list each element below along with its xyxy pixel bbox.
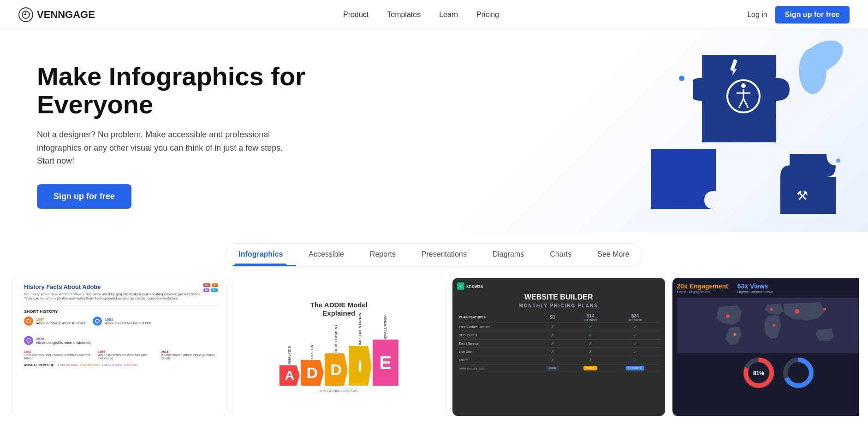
svg-point-16 [726,314,730,318]
logo[interactable]: VENNGAGE [18,7,95,22]
svg-point-3 [727,80,760,112]
table-row: SEO Control ✗ ✓ ✓ [457,331,660,340]
tag-ai: Ai [212,283,218,287]
timeline-item-1993: 1993 Adobe created Acrobat and PDF [93,317,151,326]
ultimate-plan-btn[interactable]: ULTIMATE [626,366,645,370]
card3-sub-title: MONTHLY PRICING PLANS [457,303,660,308]
gallery-card-engagement[interactable]: 20x Engagement Higher Engagement 63x Vie… [672,278,859,416]
tag-br: Br [211,288,218,292]
card2-brand: ⚙ eLEARNING SYSTEMS [320,389,358,393]
logo-text: VENNGAGE [37,9,95,21]
login-button[interactable]: Log in [747,11,767,19]
card1-section-history: SHORT HISTORY [24,309,220,314]
world-map [677,298,859,353]
svg-point-21 [733,333,736,336]
card1-title: History Facts About Adobe [24,283,203,290]
stat-engagement: 20x Engagement Higher Engagement [677,282,728,294]
svg-point-4 [741,83,746,88]
gallery-card-pricing[interactable]: k knowza WEBSITE BUILDER MONTHLY PRICING… [452,278,665,416]
tag-id: Id [203,288,209,292]
gallery-card-adobe[interactable]: History Facts About Adobe For many years… [13,278,226,416]
tabs-container: Infographics Accessible Reports Presenta… [225,243,642,267]
hero-illustration: ⚒ [628,29,868,232]
svg-point-19 [823,308,826,311]
svg-point-1 [795,39,849,81]
card1-milestones: 1982John Warnock and Charles Geschke Fou… [24,350,220,360]
card3-brand: knowza [466,284,483,289]
card2-steps: ANALYSIS A DESIGN D DEVELOPMENT D IMPLEM… [279,320,398,386]
world-map-svg [677,300,859,351]
svg-point-14 [27,339,30,342]
card1-timeline: 1987 Adobe introduced Adobe Illustrator [24,315,220,346]
tab-charts[interactable]: Charts [537,244,584,266]
timeline-item-2018: 2018 Adobe changed its name to Adobe Inc… [24,336,91,345]
card1-subtitle: For many years now, Adobe software has b… [24,292,203,300]
card4-stats: 20x Engagement Higher Engagement 63x Vie… [677,282,859,294]
card3-main-title: WEBSITE BUILDER [457,293,660,301]
dot-decoration-1 [679,76,684,81]
table-row: Email Service ✗ ✗ ✓ [457,340,660,348]
signup-button-nav[interactable]: Sign up for free [775,6,850,23]
hero-subtitle: Not a designer? No problem. Make accessi… [37,128,295,168]
puzzle-graphic: ⚒ [642,43,854,218]
tab-see-more[interactable]: See More [584,244,642,266]
col-basic: $14 per month [571,312,610,323]
card1-tags: Ps Ai Id Br [203,283,220,292]
donut-chart-1: 81% [743,357,775,389]
stat-views-label: Higher Content Views [737,290,773,294]
col-free: $0 [534,312,571,323]
table-row: Forum ✗ ✗ ✓ [457,356,660,364]
tab-reports[interactable]: Reports [357,244,409,266]
svg-point-17 [770,308,773,311]
card1-bottom-stats: Annual Revenue ● $15.785 billion ● $12.8… [24,364,220,367]
svg-line-7 [739,99,743,108]
donut-chart-2 [782,357,814,389]
tab-infographics[interactable]: Infographics [226,244,296,266]
col-ultimate: $24 per month [610,312,660,323]
timeline-item-1987: 1987 Adobe introduced Adobe Illustrator [24,317,85,326]
stat-views-num: 63x Views [737,282,773,290]
gallery-card-addie[interactable]: The ADDIE ModelExplained ANALYSIS A DESI… [233,278,446,416]
table-row: Live Chat ✗ ✗ ✓ [457,348,660,356]
tab-diagrams[interactable]: Diagrams [480,244,537,266]
svg-point-18 [795,309,799,314]
nav-links: Product Templates Learn Pricing [343,11,499,19]
tab-accessible[interactable]: Accessible [296,244,357,266]
hand-illustration [767,39,850,112]
donut-svg-1: 81% [743,357,775,389]
nav-pricing[interactable]: Pricing [476,11,499,19]
nav-product[interactable]: Product [343,11,369,19]
svg-point-20 [773,324,775,327]
svg-point-13 [95,319,99,323]
tabs-section: Infographics Accessible Reports Presenta… [0,232,868,267]
basic-plan-btn[interactable]: BASIC [583,366,597,370]
logo-icon [18,7,33,22]
svg-point-12 [27,319,30,323]
puzzle-piece-bottom-right: ⚒ [780,154,836,214]
svg-line-8 [743,99,748,108]
signup-button-hero[interactable]: Sign up for free [37,184,131,209]
svg-rect-9 [730,59,737,71]
col-features: PLAN FEATURES [457,312,534,323]
hero-section: Make Infographics for Everyone Not a des… [0,29,868,232]
svg-text:⚒: ⚒ [797,188,808,203]
timeline-dot-1987 [24,317,33,326]
timeline-dot-1993 [93,317,102,326]
tag-ps: Ps [203,283,210,287]
stat-views: 63x Views Higher Content Views [737,282,773,294]
card3-logo-icon: k [457,282,464,290]
tab-presentations[interactable]: Presentations [409,244,480,266]
nav-templates[interactable]: Templates [387,11,421,19]
free-plan-btn[interactable]: FREE [546,366,559,370]
svg-marker-10 [731,68,737,76]
donut-svg-2 [782,357,814,389]
stat-engagement-label: Higher Engagement [677,290,728,294]
card3-logo: k knowza [457,282,660,290]
hero-title: Make Infographics for Everyone [37,62,360,119]
hero-content: Make Infographics for Everyone Not a des… [37,62,360,209]
gallery: History Facts About Adobe For many years… [9,267,859,416]
nav-learn[interactable]: Learn [439,11,458,19]
dot-decoration-2 [836,158,840,163]
navbar: VENNGAGE Product Templates Learn Pricing… [0,0,868,29]
table-row-cta: www.knowza.com FREE BASIC ULTIMATE [457,364,660,372]
